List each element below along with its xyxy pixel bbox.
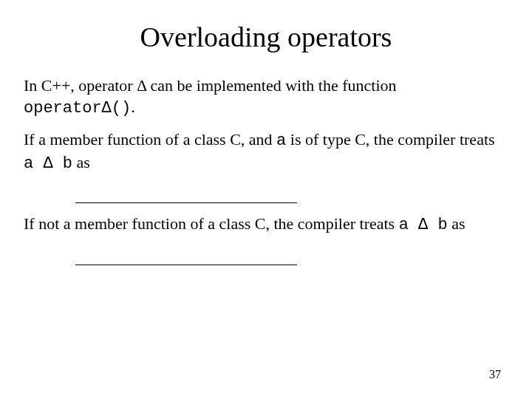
- slide-title: Overloading operators: [24, 21, 508, 53]
- text-run: If a member function of a class C, and: [24, 130, 276, 149]
- text-run: In C++, operator Δ can be implemented wi…: [24, 76, 397, 95]
- paragraph-intro: In C++, operator Δ can be implemented wi…: [24, 75, 508, 119]
- text-run: .: [131, 98, 135, 116]
- code-run: a: [276, 132, 286, 150]
- text-run: is of type C, the compiler treats: [286, 130, 494, 149]
- paragraph-nonmember: If not a member function of a class C, t…: [24, 214, 508, 236]
- code-run: operatorΔ(): [24, 99, 131, 117]
- text-run: as: [72, 153, 90, 171]
- code-run: a Δ b: [399, 216, 448, 234]
- blank-line-1: [75, 185, 297, 203]
- text-run: as: [448, 214, 466, 233]
- paragraph-member: If a member function of a class C, and a…: [24, 129, 508, 174]
- slide: Overloading operators In C++, operator Δ…: [0, 0, 532, 399]
- text-run: If not a member function of a class C, t…: [24, 214, 399, 233]
- page-number: 37: [489, 368, 501, 381]
- blank-line-2: [75, 247, 297, 265]
- code-run: a Δ b: [24, 154, 72, 173]
